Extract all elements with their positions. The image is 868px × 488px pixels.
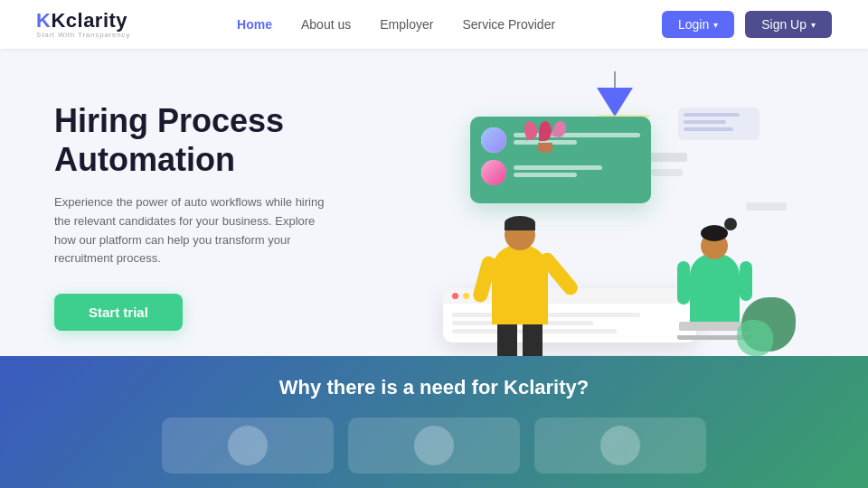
- start-trial-button[interactable]: Start trial: [54, 294, 183, 331]
- nav-item-about[interactable]: About us: [301, 16, 351, 33]
- hero-section: Hiring Process Automation Experience the…: [0, 49, 868, 356]
- bottom-title: Why there is a need for Kclarity?: [279, 376, 589, 399]
- logo-text: KKclarity: [36, 11, 130, 31]
- nav-links: Home About us Employer Service Provider: [237, 16, 555, 33]
- hero-illustration: [398, 71, 814, 356]
- login-button[interactable]: Login ▾: [662, 11, 734, 38]
- nav-item-service[interactable]: Service Provider: [462, 16, 555, 33]
- dot-yellow: [463, 293, 469, 299]
- signup-button[interactable]: Sign Up ▾: [745, 11, 832, 38]
- bottom-card-avatar-2: [414, 426, 454, 465]
- dot-red: [452, 293, 458, 299]
- chevron-down-icon: ▾: [811, 20, 816, 30]
- bottom-card-avatar-1: [228, 426, 268, 465]
- bottom-card-avatar-3: [600, 426, 640, 465]
- plant-decoration: [524, 121, 566, 153]
- nav-actions: Login ▾ Sign Up ▾: [662, 11, 832, 38]
- navbar: KKclarity Start With Transparency Home A…: [0, 0, 868, 49]
- deco-rect-2: [651, 169, 683, 176]
- nav-link-home[interactable]: Home: [237, 17, 272, 32]
- figure-person-left: [479, 180, 561, 356]
- logo-tagline: Start With Transparency: [36, 32, 130, 39]
- blob-light-icon: [737, 320, 773, 356]
- bottom-section: Why there is a need for Kclarity?: [0, 356, 868, 488]
- nav-item-home[interactable]: Home: [237, 16, 272, 33]
- nav-link-about[interactable]: About us: [301, 17, 351, 32]
- chevron-down-icon: ▾: [713, 20, 718, 30]
- hero-description: Experience the power of auto workflows w…: [54, 193, 326, 268]
- logo[interactable]: KKclarity Start With Transparency: [36, 11, 130, 39]
- nav-link-service[interactable]: Service Provider: [462, 17, 555, 32]
- bottom-card-2: [348, 418, 520, 474]
- nav-item-employer[interactable]: Employer: [380, 16, 433, 33]
- hero-title: Hiring Process Automation: [54, 101, 326, 179]
- bottom-cards: [162, 418, 706, 474]
- mini-card: [678, 108, 760, 140]
- hero-content: Hiring Process Automation Experience the…: [54, 101, 326, 332]
- bottom-card-1: [162, 418, 334, 474]
- nav-link-employer[interactable]: Employer: [380, 17, 433, 32]
- bottom-card-3: [534, 418, 706, 474]
